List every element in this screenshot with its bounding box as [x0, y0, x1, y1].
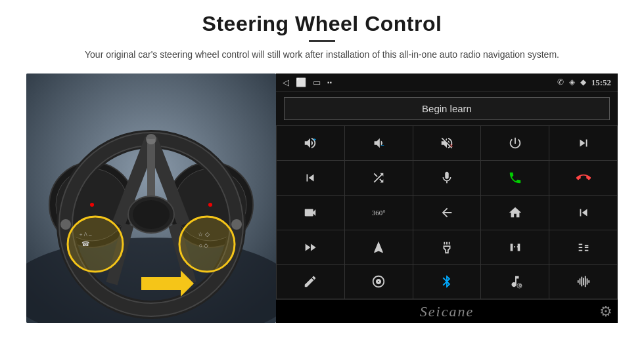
svg-point-4: [90, 203, 94, 207]
target-button[interactable]: [345, 265, 413, 299]
steering-wheel-svg: + /\ – ☎ ☆ ◇ ○ ◇: [26, 74, 276, 323]
back-icon[interactable]: ◁: [283, 77, 289, 88]
svg-text:+: +: [313, 137, 317, 143]
bluetooth-button[interactable]: [413, 265, 481, 299]
shuffle-button[interactable]: [345, 161, 413, 195]
svg-rect-39: [588, 281, 589, 284]
clock: 15:52: [591, 77, 611, 88]
status-left: ◁ ⬜ ▭ ▪▪: [283, 77, 332, 88]
mic-button[interactable]: [413, 161, 481, 195]
svg-text:×: ×: [450, 144, 453, 150]
svg-rect-37: [584, 276, 586, 287]
camera-button[interactable]: [277, 196, 344, 230]
next-track-button[interactable]: [277, 161, 344, 195]
pen-button[interactable]: [277, 265, 344, 299]
fast-forward-button[interactable]: [277, 230, 344, 264]
svg-text:–: –: [381, 143, 384, 149]
music-settings-button[interactable]: ⚙: [481, 265, 549, 299]
seicane-brand: Seicane: [420, 303, 474, 320]
android-unit: ◁ ⬜ ▭ ▪▪ ✆ ◈ ◆ 15:52 Begin learn: [276, 74, 618, 323]
svg-text:○ ◇: ○ ◇: [199, 242, 209, 249]
svg-text:☎: ☎: [81, 240, 89, 247]
title-divider: [309, 40, 335, 42]
recent-icon[interactable]: ▭: [313, 77, 321, 88]
vol-up-button[interactable]: +: [277, 126, 344, 160]
svg-point-20: [231, 219, 242, 230]
mute-button[interactable]: ×: [413, 126, 481, 160]
svg-text:+  /\ –: + /\ –: [79, 231, 92, 238]
page-title: Steering Wheel Control: [85, 12, 559, 36]
svg-rect-36: [583, 278, 584, 285]
svg-text:⚙: ⚙: [518, 284, 521, 288]
status-right: ✆ ◈ ◆ 15:52: [557, 77, 611, 88]
begin-learn-button[interactable]: Begin learn: [284, 97, 610, 120]
svg-point-18: [146, 134, 156, 144]
signal-bars-icon: ▪▪: [327, 79, 332, 86]
bottom-bar: Seicane ⚙: [276, 299, 618, 323]
svg-point-7: [208, 203, 212, 207]
answer-phone-button[interactable]: [481, 161, 549, 195]
svg-rect-35: [581, 277, 582, 287]
page-subtitle: Your original car's steering wheel contr…: [85, 47, 559, 62]
svg-rect-34: [579, 279, 580, 285]
location-icon: ◈: [569, 77, 575, 87]
waveform-button[interactable]: [549, 265, 617, 299]
settings-gear-icon[interactable]: ⚙: [599, 303, 612, 320]
power-button[interactable]: [481, 126, 549, 160]
begin-learn-row: Begin learn: [276, 92, 618, 125]
svg-point-19: [60, 219, 71, 230]
equalizer-button[interactable]: [549, 230, 617, 264]
skip-back-button[interactable]: [549, 196, 617, 230]
home-icon[interactable]: ⬜: [296, 77, 306, 88]
svg-text:☆ ◇: ☆ ◇: [198, 231, 209, 238]
phone-status-icon: ✆: [557, 77, 564, 87]
svg-point-21: [68, 217, 123, 272]
eq-button[interactable]: [413, 230, 481, 264]
back-arrow-button[interactable]: [413, 196, 481, 230]
svg-rect-38: [586, 279, 587, 285]
title-section: Steering Wheel Control Your original car…: [85, 12, 559, 62]
status-bar: ◁ ⬜ ▭ ▪▪ ✆ ◈ ◆ 15:52: [276, 74, 618, 92]
record-button[interactable]: [481, 230, 549, 264]
svg-point-17: [133, 200, 170, 229]
content-area: + /\ – ☎ ☆ ◇ ○ ◇ ◁ ⬜ ▭ ▪▪: [26, 74, 618, 323]
phone-prev-button[interactable]: [549, 126, 617, 160]
vol-down-button[interactable]: –: [345, 126, 413, 160]
controls-grid: + – ×: [276, 125, 618, 299]
navigate-button[interactable]: [345, 230, 413, 264]
svg-rect-33: [577, 281, 578, 284]
home-button[interactable]: [481, 196, 549, 230]
wifi-icon: ◆: [580, 77, 586, 87]
end-call-button[interactable]: [549, 161, 617, 195]
page-wrapper: Steering Wheel Control Your original car…: [0, 0, 644, 357]
steering-wheel-image: + /\ – ☎ ☆ ◇ ○ ◇: [26, 74, 276, 323]
360-icon: 360°: [372, 209, 386, 217]
360-view-button[interactable]: 360°: [345, 196, 413, 230]
